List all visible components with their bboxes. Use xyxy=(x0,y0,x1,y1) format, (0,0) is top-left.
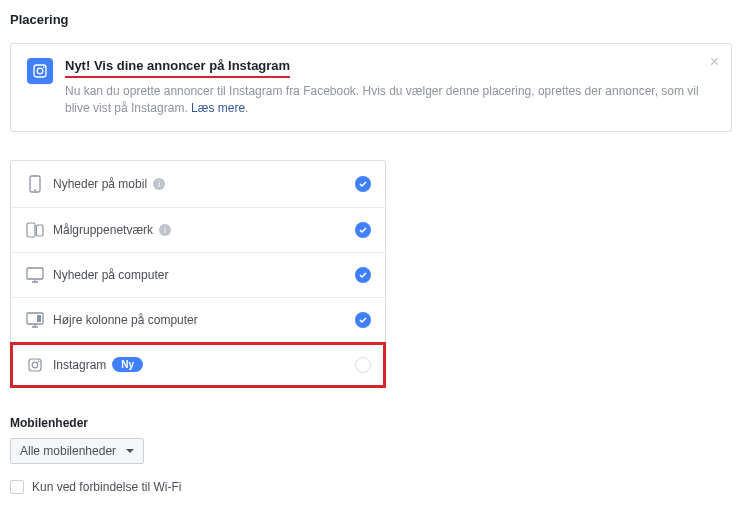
svg-rect-5 xyxy=(27,223,35,237)
check-empty-icon xyxy=(355,357,371,373)
placement-label-text: Nyheder på mobil xyxy=(53,177,147,191)
close-icon[interactable]: × xyxy=(710,54,719,70)
placement-label: Målgruppenetværk i xyxy=(53,223,355,237)
check-icon xyxy=(355,312,371,328)
svg-point-2 xyxy=(43,67,45,69)
placement-instagram[interactable]: Instagram Ny xyxy=(11,343,385,387)
placement-list: Nyheder på mobil i Målgruppenetværk i Ny… xyxy=(10,160,386,388)
caret-down-icon xyxy=(126,449,134,453)
check-icon xyxy=(355,267,371,283)
mobile-icon xyxy=(25,175,45,193)
placement-label: Nyheder på mobil i xyxy=(53,177,355,191)
svg-point-12 xyxy=(38,360,40,362)
placement-mobile-newsfeed[interactable]: Nyheder på mobil i xyxy=(11,161,385,208)
placement-label-text: Instagram xyxy=(53,358,106,372)
placement-label: Højre kolonne på computer xyxy=(53,313,355,327)
placement-label: Instagram Ny xyxy=(53,357,355,372)
info-body: Nu kan du oprette annoncer til Instagram… xyxy=(65,83,715,117)
mobile-devices-select[interactable]: Alle mobilenheder xyxy=(10,438,144,464)
desktop-icon xyxy=(25,267,45,283)
devices-icon xyxy=(25,222,45,238)
wifi-label: Kun ved forbindelse til Wi-Fi xyxy=(32,480,181,494)
info-box: Nyt! Vis dine annoncer på Instagram Nu k… xyxy=(10,43,732,132)
placement-audience-network[interactable]: Målgruppenetværk i xyxy=(11,208,385,253)
info-content: Nyt! Vis dine annoncer på Instagram Nu k… xyxy=(65,58,715,117)
svg-point-1 xyxy=(37,68,43,74)
wifi-only-row: Kun ved forbindelse til Wi-Fi xyxy=(10,480,732,494)
check-icon xyxy=(355,176,371,192)
placement-desktop-newsfeed[interactable]: Nyheder på computer xyxy=(11,253,385,298)
info-icon[interactable]: i xyxy=(153,178,165,190)
instagram-icon xyxy=(25,357,45,373)
new-badge: Ny xyxy=(112,357,143,372)
learn-more-link[interactable]: Læs mere xyxy=(191,101,245,115)
svg-rect-6 xyxy=(37,225,44,236)
placement-label-text: Nyheder på computer xyxy=(53,268,168,282)
placement-label-text: Højre kolonne på computer xyxy=(53,313,198,327)
select-label: Alle mobilenheder xyxy=(20,444,116,458)
svg-rect-9 xyxy=(37,315,41,322)
placement-label: Nyheder på computer xyxy=(53,268,355,282)
svg-point-4 xyxy=(34,189,36,191)
mobile-devices-title: Mobilenheder xyxy=(10,416,732,430)
desktop-column-icon xyxy=(25,312,45,328)
info-body-text: Nu kan du oprette annoncer til Instagram… xyxy=(65,84,699,115)
info-body-dot: . xyxy=(245,101,248,115)
instagram-icon xyxy=(27,58,53,84)
placement-label-text: Målgruppenetværk xyxy=(53,223,153,237)
section-title: Placering xyxy=(10,12,732,27)
info-heading: Nyt! Vis dine annoncer på Instagram xyxy=(65,58,290,78)
info-icon[interactable]: i xyxy=(159,224,171,236)
check-icon xyxy=(355,222,371,238)
wifi-checkbox[interactable] xyxy=(10,480,24,494)
placement-right-column[interactable]: Højre kolonne på computer xyxy=(11,298,385,343)
svg-point-11 xyxy=(32,362,38,368)
svg-rect-7 xyxy=(27,268,43,279)
